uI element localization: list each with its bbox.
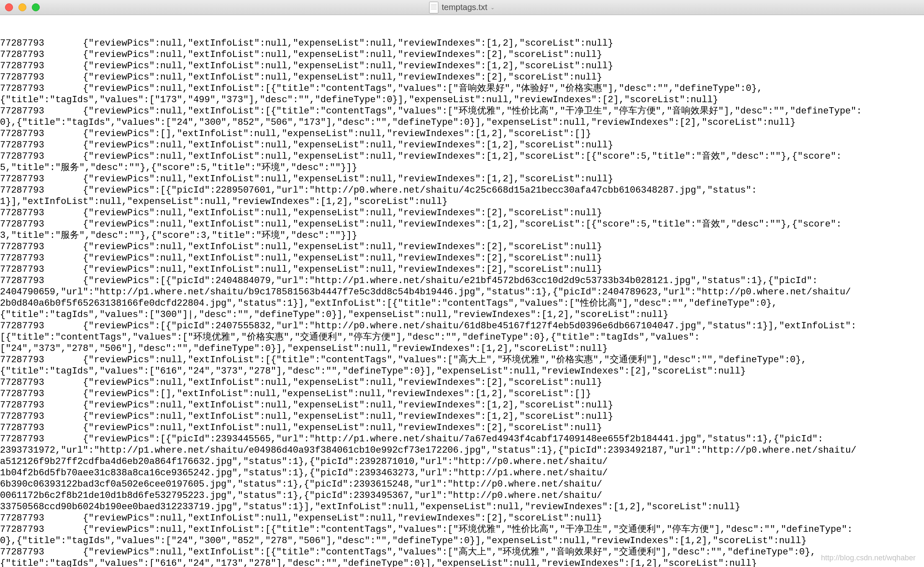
text-line: 77287793 {"reviewPics":null,"extInfoList… [0,264,924,275]
text-line: [{"title":"contentTags","values":["环境优雅"… [0,332,924,343]
text-line: 77287793 {"reviewPics":null,"extInfoList… [0,399,924,411]
text-line: {"title":"tagIds","values":["173","499",… [0,94,924,106]
text-line: 5,"title":"服务","desc":""},{"score":5,"ti… [0,162,924,173]
text-line: 77287793 {"reviewPics":null,"extInfoList… [0,60,924,72]
text-line: 77287793 {"reviewPics":null,"extInfoList… [0,546,924,558]
text-line: 0},{"title":"tagIds","values":["24","300… [0,117,924,128]
text-line: 77287793 {"reviewPics":null,"extInfoList… [0,49,924,60]
text-line: 77287793 {"reviewPics":[{"picId":2404884… [0,275,924,286]
text-line: 3,"title":"服务","desc":""},{"score":3,"ti… [0,230,924,241]
text-line: 0},{"title":"tagIds","values":["24","300… [0,535,924,546]
text-line: 77287793 {"reviewPics":[{"picId":2393445… [0,433,924,445]
text-line: 33750568ccd90b6024b190ee0baed312233719.j… [0,501,924,513]
window-titlebar: temptags.txt ⌄ [0,0,924,15]
text-content[interactable]: 77287793 {"reviewPics":null,"extInfoList… [0,15,924,567]
text-line: 77287793 {"reviewPics":null,"extInfoList… [0,241,924,253]
text-line: 77287793 {"reviewPics":[],"extInfoList":… [0,388,924,399]
document-icon [429,2,439,13]
text-line: a512126f9b27ff2cdfba4d6eb20a864f176632.j… [0,456,924,467]
text-line: 77287793 {"reviewPics":[],"extInfoList":… [0,128,924,139]
text-line: {"title":"tagIds","values":["300"]|,"des… [0,309,924,320]
text-line: {"title":"tagIds","values":["616","24","… [0,558,924,567]
text-line: 77287793 {"reviewPics":null,"extInfoList… [0,83,924,94]
filename-label: temptags.txt [442,3,488,12]
text-line: 77287793 {"reviewPics":null,"extInfoList… [0,422,924,433]
text-line: 2404790659,"url":"http://p1.where.net/sh… [0,286,924,298]
text-line: 77287793 {"reviewPics":null,"extInfoList… [0,139,924,151]
text-line: 77287793 {"reviewPics":null,"extInfoList… [0,219,924,230]
text-line: 77287793 {"reviewPics":null,"extInfoList… [0,207,924,219]
text-line: 77287793 {"reviewPics":[{"picId":2289507… [0,185,924,196]
window-title: temptags.txt ⌄ [429,2,495,13]
text-line: 77287793 {"reviewPics":null,"extInfoList… [0,354,924,366]
text-line: {"title":"tagIds","values":["616","24","… [0,366,924,377]
text-line: 77287793 {"reviewPics":null,"extInfoList… [0,38,924,49]
text-line: 1}],"extInfoList":null,"expenseList":nul… [0,196,924,207]
text-line: 77287793 {"reviewPics":null,"extInfoList… [0,513,924,524]
text-line: 0061172b6c2f8b21de10d1b8d6fe532795223.jp… [0,490,924,501]
text-line: 77287793 {"reviewPics":null,"extInfoList… [0,411,924,422]
text-line: 2b0d840a6b0f5f65263138166fe0dcfd22804.jp… [0,298,924,309]
maximize-button[interactable] [32,3,40,11]
text-line: 77287793 {"reviewPics":null,"extInfoList… [0,173,924,185]
text-line: 6b390c06393122bad3cf0a502e6cee0197605.jp… [0,479,924,490]
text-line: 77287793 {"reviewPics":null,"extInfoList… [0,253,924,264]
traffic-lights [5,3,40,11]
chevron-down-icon[interactable]: ⌄ [490,5,495,10]
text-line: 77287793 {"reviewPics":null,"extInfoList… [0,106,924,117]
text-line: 77287793 {"reviewPics":null,"extInfoList… [0,377,924,388]
text-line: 77287793 {"reviewPics":null,"extInfoList… [0,151,924,162]
close-button[interactable] [5,3,13,11]
text-line: 1b04f2b6d5fb70aee31c838a8ca16ce9365242.j… [0,467,924,479]
text-line: 77287793 {"reviewPics":[{"picId":2407555… [0,320,924,332]
text-line: 77287793 {"reviewPics":null,"extInfoList… [0,524,924,535]
minimize-button[interactable] [18,3,26,11]
watermark: http://blog.csdn.net/wqhaber [821,552,916,564]
text-line: ["24","373","278","506"],"desc":"","defi… [0,343,924,354]
text-line: 2393731972,"url":"http://p1.where.net/sh… [0,445,924,456]
text-line: 77287793 {"reviewPics":null,"extInfoList… [0,72,924,83]
